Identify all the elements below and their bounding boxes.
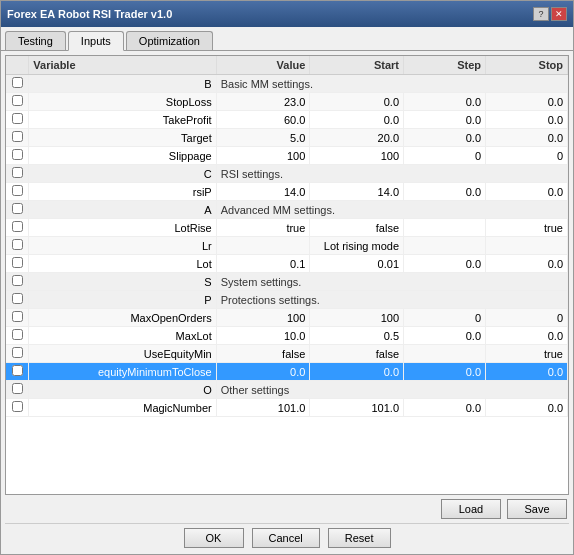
row-stop[interactable] bbox=[486, 237, 568, 255]
row-step[interactable]: 0.0 bbox=[404, 327, 486, 345]
window-title: Forex EA Robot RSI Trader v1.0 bbox=[7, 8, 172, 20]
main-content: Variable Value Start Step Stop B Basic M… bbox=[1, 51, 573, 554]
tab-optimization[interactable]: Optimization bbox=[126, 31, 213, 50]
table-row: rsiP 14.0 14.0 0.0 0.0 bbox=[6, 183, 568, 201]
tab-inputs[interactable]: Inputs bbox=[68, 31, 124, 51]
row-value[interactable]: false bbox=[216, 345, 310, 363]
row-start[interactable]: 0.01 bbox=[310, 255, 404, 273]
row-value[interactable]: 14.0 bbox=[216, 183, 310, 201]
row-step[interactable]: 0.0 bbox=[404, 129, 486, 147]
save-button[interactable]: Save bbox=[507, 499, 567, 519]
row-step[interactable]: 0.0 bbox=[404, 111, 486, 129]
row-checkbox-cell bbox=[6, 219, 29, 237]
table-body: B Basic MM settings. StopLoss 23.0 0.0 0… bbox=[6, 75, 568, 417]
row-checkbox-14[interactable] bbox=[12, 329, 23, 340]
row-stop[interactable]: 0.0 bbox=[486, 111, 568, 129]
row-checkbox-8[interactable] bbox=[12, 221, 23, 232]
row-checkbox-2[interactable] bbox=[12, 113, 23, 124]
row-checkbox-cell bbox=[6, 255, 29, 273]
load-button[interactable]: Load bbox=[441, 499, 501, 519]
row-value[interactable]: 5.0 bbox=[216, 129, 310, 147]
row-start[interactable]: 0.0 bbox=[310, 363, 404, 381]
row-start[interactable]: Lot rising mode bbox=[310, 237, 404, 255]
tab-testing[interactable]: Testing bbox=[5, 31, 66, 50]
row-start[interactable]: false bbox=[310, 219, 404, 237]
row-stop[interactable]: true bbox=[486, 219, 568, 237]
row-stop[interactable]: true bbox=[486, 345, 568, 363]
section-checkbox-7[interactable] bbox=[12, 203, 23, 214]
row-step[interactable]: 0.0 bbox=[404, 363, 486, 381]
row-checkbox-4[interactable] bbox=[12, 149, 23, 160]
row-start[interactable]: 101.0 bbox=[310, 399, 404, 417]
row-start[interactable]: 0.5 bbox=[310, 327, 404, 345]
row-start[interactable]: 0.0 bbox=[310, 111, 404, 129]
row-step[interactable]: 0.0 bbox=[404, 399, 486, 417]
row-start[interactable]: false bbox=[310, 345, 404, 363]
row-value[interactable]: 100 bbox=[216, 309, 310, 327]
row-value[interactable]: 23.0 bbox=[216, 93, 310, 111]
row-checkbox-cell bbox=[6, 237, 29, 255]
row-stop[interactable]: 0.0 bbox=[486, 93, 568, 111]
row-start[interactable]: 14.0 bbox=[310, 183, 404, 201]
row-stop[interactable]: 0.0 bbox=[486, 399, 568, 417]
section-checkbox-5[interactable] bbox=[12, 167, 23, 178]
row-value[interactable]: 0.1 bbox=[216, 255, 310, 273]
row-stop[interactable]: 0.0 bbox=[486, 255, 568, 273]
row-stop[interactable]: 0 bbox=[486, 147, 568, 165]
row-start[interactable]: 0.0 bbox=[310, 93, 404, 111]
section-text: System settings. bbox=[216, 273, 567, 291]
row-start[interactable]: 100 bbox=[310, 309, 404, 327]
section-checkbox-12[interactable] bbox=[12, 293, 23, 304]
row-value[interactable]: 101.0 bbox=[216, 399, 310, 417]
row-step[interactable]: 0 bbox=[404, 309, 486, 327]
row-checkbox-cell bbox=[6, 363, 29, 381]
row-checkbox-1[interactable] bbox=[12, 95, 23, 106]
row-checkbox-10[interactable] bbox=[12, 257, 23, 268]
row-step[interactable]: 0 bbox=[404, 147, 486, 165]
row-variable-name: Lot bbox=[29, 255, 216, 273]
row-value[interactable]: 0.0 bbox=[216, 363, 310, 381]
row-step[interactable]: 0.0 bbox=[404, 93, 486, 111]
table-row: O Other settings bbox=[6, 381, 568, 399]
row-step[interactable] bbox=[404, 219, 486, 237]
row-value[interactable]: 10.0 bbox=[216, 327, 310, 345]
inputs-table: Variable Value Start Step Stop B Basic M… bbox=[6, 56, 568, 417]
row-variable-name: equityMinimumToClose bbox=[29, 363, 216, 381]
row-value[interactable]: 100 bbox=[216, 147, 310, 165]
cancel-button[interactable]: Cancel bbox=[252, 528, 320, 548]
row-value[interactable]: 60.0 bbox=[216, 111, 310, 129]
row-checkbox-15[interactable] bbox=[12, 347, 23, 358]
row-checkbox-18[interactable] bbox=[12, 401, 23, 412]
ok-button[interactable]: OK bbox=[184, 528, 244, 548]
row-stop[interactable]: 0.0 bbox=[486, 183, 568, 201]
main-window: Forex EA Robot RSI Trader v1.0 ? ✕ Testi… bbox=[0, 0, 574, 555]
row-step[interactable]: 0.0 bbox=[404, 255, 486, 273]
help-button[interactable]: ? bbox=[533, 7, 549, 21]
row-checkbox-3[interactable] bbox=[12, 131, 23, 142]
section-var-label: A bbox=[29, 201, 216, 219]
row-step[interactable]: 0.0 bbox=[404, 183, 486, 201]
section-checkbox-11[interactable] bbox=[12, 275, 23, 286]
row-stop[interactable]: 0.0 bbox=[486, 129, 568, 147]
row-value[interactable]: true bbox=[216, 219, 310, 237]
row-stop[interactable]: 0 bbox=[486, 309, 568, 327]
section-checkbox-17[interactable] bbox=[12, 383, 23, 394]
row-stop[interactable]: 0.0 bbox=[486, 327, 568, 345]
row-variable-name: MagicNumber bbox=[29, 399, 216, 417]
row-step[interactable] bbox=[404, 345, 486, 363]
section-var-label: C bbox=[29, 165, 216, 183]
section-var-label: S bbox=[29, 273, 216, 291]
section-checkbox-0[interactable] bbox=[12, 77, 23, 88]
row-checkbox-16[interactable] bbox=[12, 365, 23, 376]
row-value[interactable] bbox=[216, 237, 310, 255]
row-checkbox-13[interactable] bbox=[12, 311, 23, 322]
row-start[interactable]: 20.0 bbox=[310, 129, 404, 147]
row-start[interactable]: 100 bbox=[310, 147, 404, 165]
row-stop[interactable]: 0.0 bbox=[486, 363, 568, 381]
close-button[interactable]: ✕ bbox=[551, 7, 567, 21]
row-step[interactable] bbox=[404, 237, 486, 255]
row-checkbox-6[interactable] bbox=[12, 185, 23, 196]
section-text: Protections settings. bbox=[216, 291, 567, 309]
row-checkbox-9[interactable] bbox=[12, 239, 23, 250]
reset-button[interactable]: Reset bbox=[328, 528, 391, 548]
